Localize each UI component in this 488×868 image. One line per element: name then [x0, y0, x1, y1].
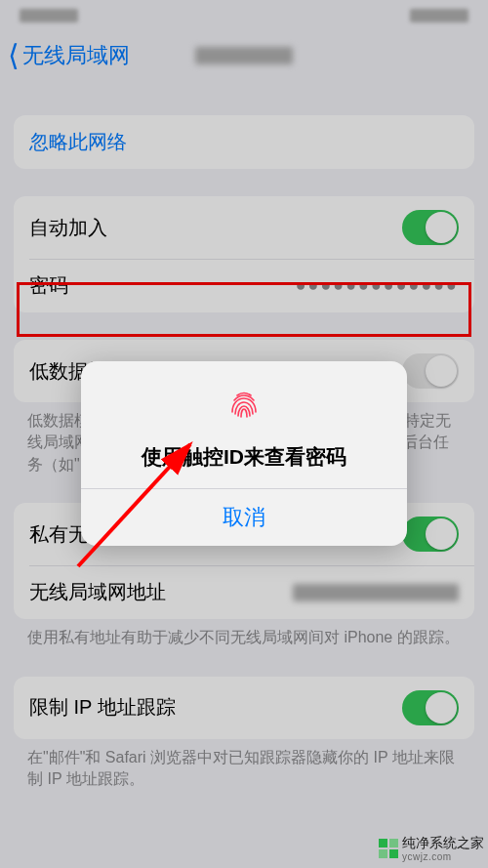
- watermark: 纯净系统之家 ycwjz.com: [379, 835, 484, 862]
- watermark-text: 纯净系统之家: [402, 835, 484, 850]
- watermark-sub: ycwjz.com: [402, 851, 484, 862]
- alert-body: 使用触控ID来查看密码: [81, 361, 407, 488]
- fingerprint-icon: [223, 383, 265, 426]
- alert-title: 使用触控ID来查看密码: [97, 443, 391, 471]
- alert-cancel-button[interactable]: 取消: [81, 489, 407, 546]
- touch-id-alert: 使用触控ID来查看密码 取消: [81, 361, 407, 546]
- watermark-logo-icon: [379, 839, 398, 858]
